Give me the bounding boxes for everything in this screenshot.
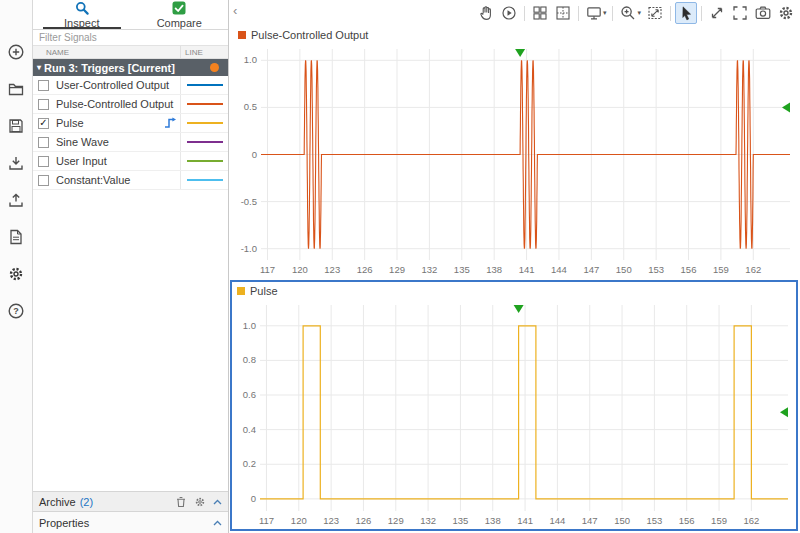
trigger-time-marker	[515, 49, 525, 57]
svg-text:144: 144	[549, 515, 565, 526]
svg-text:120: 120	[292, 264, 308, 275]
toolbar-separator	[524, 6, 525, 21]
svg-text:162: 162	[745, 264, 761, 275]
display-options-icon[interactable]: ▾	[583, 2, 609, 24]
run-collapse-caret-icon[interactable]: ▾	[37, 63, 41, 72]
create-report-icon[interactable]	[4, 225, 28, 249]
signal-row[interactable]: User-Controlled Output	[33, 76, 228, 95]
signal-line-sample	[187, 141, 223, 143]
import-icon[interactable]	[4, 151, 28, 175]
svg-text:150: 150	[616, 264, 632, 275]
signal-line-column	[180, 114, 228, 132]
svg-text:126: 126	[356, 515, 372, 526]
subplot-pulse-controlled-output[interactable]: Pulse-Controlled Output 1171201231261291…	[233, 26, 798, 278]
signal-name: Pulse-Controlled Output	[56, 98, 180, 110]
svg-text:0.4: 0.4	[243, 424, 256, 435]
legend-label: Pulse	[250, 285, 278, 297]
save-icon[interactable]	[4, 114, 28, 138]
filter-signals-input[interactable]	[33, 30, 228, 45]
plot-toolbar: ▾ ▾	[475, 0, 797, 26]
signal-row[interactable]: Constant:Value	[33, 171, 228, 190]
trigger-level-marker	[780, 407, 788, 417]
signal-checkbox[interactable]	[38, 118, 49, 129]
signal-row[interactable]: Pulse-Controlled Output	[33, 95, 228, 114]
signal-line-sample	[187, 103, 223, 105]
svg-text:123: 123	[323, 515, 339, 526]
plot-pulse[interactable]: 1171201231261291321351381411441471501531…	[232, 300, 796, 529]
zoom-in-icon[interactable]: ▾	[617, 2, 643, 24]
subplot-custom-icon[interactable]	[552, 2, 574, 24]
properties-section-header[interactable]: Properties	[33, 511, 228, 533]
tab-compare[interactable]: Compare	[131, 0, 229, 29]
signal-row[interactable]: Pulse	[33, 114, 228, 133]
svg-text:0: 0	[252, 149, 257, 160]
signal-checkbox[interactable]	[38, 175, 49, 186]
svg-text:138: 138	[486, 264, 502, 275]
fit-to-view-icon[interactable]	[644, 2, 666, 24]
replay-icon[interactable]	[498, 2, 520, 24]
archive-count: (2)	[80, 496, 168, 508]
svg-text:159: 159	[711, 515, 727, 526]
svg-text:162: 162	[743, 515, 759, 526]
trigger-time-marker	[514, 305, 524, 313]
fullscreen-icon[interactable]	[729, 2, 751, 24]
signal-name: Constant:Value	[56, 174, 180, 186]
svg-text:123: 123	[324, 264, 340, 275]
properties-collapse-chevron-icon[interactable]	[213, 520, 222, 526]
filter-row	[33, 30, 228, 46]
pan-icon[interactable]	[475, 2, 497, 24]
expand-icon[interactable]	[706, 2, 728, 24]
svg-text:0.2: 0.2	[243, 458, 256, 469]
svg-text:153: 153	[648, 264, 664, 275]
archive-collapse-chevron-icon[interactable]	[213, 499, 222, 505]
plot-pulse-controlled-output[interactable]: 1171201231261291321351381411441471501531…	[233, 44, 798, 278]
signal-line-column	[180, 171, 228, 189]
signal-checkbox[interactable]	[38, 80, 49, 91]
preferences-gear-icon[interactable]	[4, 262, 28, 286]
svg-text:1.0: 1.0	[244, 54, 257, 65]
trash-icon[interactable]	[175, 496, 187, 508]
subplot-pulse-selected[interactable]: Pulse 1171201231261291321351381411441471…	[230, 280, 798, 531]
collapse-panel-icon[interactable]: ‹	[233, 3, 237, 18]
help-icon[interactable]: ?	[4, 299, 28, 323]
signals-panel: Inspect Compare NAME LINE ▾ Run 3: Trigg…	[33, 0, 229, 533]
export-icon[interactable]	[4, 188, 28, 212]
signal-checkbox[interactable]	[38, 137, 49, 148]
pointer-icon[interactable]	[675, 2, 697, 24]
tab-inspect[interactable]: Inspect	[33, 0, 131, 29]
archive-settings-gear-icon[interactable]	[194, 496, 206, 508]
dropdown-caret-icon: ▾	[603, 9, 607, 17]
svg-text:132: 132	[420, 515, 436, 526]
subplot-grid-icon[interactable]	[529, 2, 551, 24]
toolbar-separator	[670, 6, 671, 21]
svg-text:147: 147	[582, 515, 598, 526]
svg-text:135: 135	[452, 515, 468, 526]
signals-table-header: NAME LINE	[33, 46, 228, 59]
svg-text:150: 150	[614, 515, 630, 526]
new-icon[interactable]	[4, 40, 28, 64]
signal-row[interactable]: User Input	[33, 152, 228, 171]
signal-row[interactable]: Sine Wave	[33, 133, 228, 152]
svg-text:117: 117	[260, 264, 275, 275]
svg-text:117: 117	[259, 515, 274, 526]
toolbar-separator	[612, 6, 613, 21]
open-folder-icon[interactable]	[4, 77, 28, 101]
signal-name: Pulse	[56, 117, 164, 129]
signal-checkbox[interactable]	[38, 99, 49, 110]
svg-text:120: 120	[291, 515, 307, 526]
panel-tabs: Inspect Compare	[33, 0, 228, 30]
legend-swatch	[238, 31, 246, 39]
svg-text:0.8: 0.8	[243, 354, 256, 365]
signal-line-sample	[187, 160, 223, 162]
svg-text:159: 159	[713, 264, 729, 275]
tab-inspect-label: Inspect	[64, 17, 99, 29]
run-row[interactable]: ▾ Run 3: Triggers [Current]	[33, 59, 228, 76]
svg-text:135: 135	[454, 264, 470, 275]
settings-gear-icon[interactable]	[775, 2, 797, 24]
signal-checkbox[interactable]	[38, 156, 49, 167]
magnifier-icon	[75, 1, 89, 15]
signal-name: Sine Wave	[56, 136, 180, 148]
archive-section-header[interactable]: Archive (2)	[33, 491, 228, 511]
trigger-level-marker	[782, 102, 790, 112]
snapshot-camera-icon[interactable]	[752, 2, 774, 24]
